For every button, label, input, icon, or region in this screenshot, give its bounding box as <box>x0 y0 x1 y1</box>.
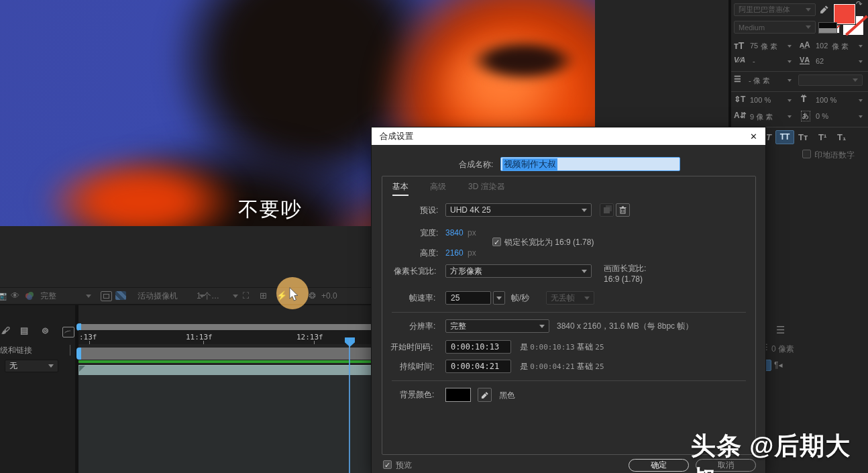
bg-eyedropper-button[interactable] <box>478 388 492 402</box>
chevron-down-icon <box>86 295 91 298</box>
small-caps-button[interactable]: Tᴛ <box>798 132 808 142</box>
vertical-scale-value[interactable]: 100 % <box>750 96 771 104</box>
stroke-width-value[interactable]: - 像 素 <box>749 76 770 86</box>
divider <box>392 380 746 381</box>
justify-icon[interactable]: ☰ <box>776 324 785 336</box>
preset-select[interactable]: UHD 4K 25 <box>445 203 592 217</box>
snapshot-icon[interactable]: 📷 <box>0 288 7 304</box>
duration-value: 0:00:04:21 <box>451 362 499 371</box>
video-blob-eyes <box>470 40 577 81</box>
stroke-over-fill-swatch[interactable] <box>818 22 837 34</box>
faux-italic-button[interactable]: T <box>766 132 771 142</box>
ruler-tick-label: 12:13f <box>296 333 323 341</box>
horizontal-scale-icon: T⃡ <box>801 95 806 104</box>
frame-rate-preset-button[interactable] <box>493 291 505 305</box>
subscript-button[interactable]: T₁ <box>837 132 846 142</box>
swap-fill-stroke-icon[interactable]: ↷ <box>856 0 863 9</box>
baseline-shift-value[interactable]: 9 像 素 <box>750 112 773 122</box>
hindi-digits-checkbox[interactable] <box>802 150 811 158</box>
view-count-select[interactable]: 1 个… <box>197 289 238 303</box>
graph-editor-icon[interactable] <box>62 327 74 337</box>
region-of-interest-icon[interactable] <box>101 291 112 301</box>
kerning-value[interactable]: - <box>753 57 755 65</box>
eyedropper-icon[interactable] <box>820 5 829 17</box>
ok-button-label: 确定 <box>651 460 667 471</box>
comp-name-input[interactable]: 视频制作大叔 <box>500 157 680 171</box>
height-value[interactable]: 2160 <box>445 246 464 260</box>
active-camera-select[interactable]: 活动摄像机 <box>138 289 205 303</box>
hindi-digits-label: 印地语数字 <box>814 150 855 161</box>
font-size-value[interactable]: 75 <box>750 42 758 50</box>
chevron-down-icon <box>233 295 238 298</box>
lock-aspect-checkbox[interactable]: ✓ <box>492 238 501 246</box>
channels-icon[interactable] <box>25 292 34 300</box>
view-layout-icon[interactable]: ⛶ <box>243 288 249 304</box>
chevron-down-icon[interactable] <box>859 115 863 118</box>
delete-preset-button[interactable] <box>616 203 630 217</box>
frame-rate-input[interactable]: 25 <box>445 291 491 305</box>
paragraph-direction-icon[interactable]: ¶◂ <box>774 360 782 370</box>
start-timecode-value: 0:00:10:13 <box>451 342 499 352</box>
divider <box>731 71 868 72</box>
column-divider-tick <box>70 345 70 356</box>
stroke-style-select[interactable] <box>798 74 863 86</box>
indent-value[interactable]: 0 像素 <box>771 344 794 355</box>
show-snapshot-icon[interactable]: 👁 <box>11 288 19 304</box>
parent-select-value: 无 <box>9 360 17 372</box>
horizontal-scale-value[interactable]: 100 % <box>816 96 836 104</box>
motion-blur-icon[interactable]: ⊚ <box>42 325 49 335</box>
tsume-value[interactable]: 0 % <box>816 112 828 120</box>
font-family-select[interactable]: 阿里巴巴普惠体 <box>734 3 816 16</box>
chevron-down-icon[interactable] <box>788 79 792 82</box>
parent-select[interactable]: 无 <box>5 360 58 372</box>
font-style-select[interactable]: Medium <box>734 21 816 34</box>
superscript-button[interactable]: T¹ <box>818 132 826 142</box>
ok-button[interactable]: 确定 <box>629 459 689 472</box>
chevron-down-icon[interactable] <box>859 60 863 63</box>
tracking-value[interactable]: 62 <box>816 57 824 65</box>
exposure-value[interactable]: +0.0 <box>321 288 337 304</box>
playhead-line[interactable] <box>349 339 350 473</box>
chevron-down-icon <box>853 78 858 82</box>
comp-name-label: 合成名称: <box>459 158 493 171</box>
leading-icon: ᴀ̲A <box>800 40 810 50</box>
ruler-tick <box>89 341 90 344</box>
chevron-down-icon[interactable] <box>859 45 863 48</box>
resolution-select[interactable]: 完整 <box>445 319 549 333</box>
chevron-down-icon[interactable] <box>788 99 792 102</box>
close-icon[interactable]: ✕ <box>750 132 757 142</box>
duration-input[interactable]: 0:00:04:21 <box>445 360 511 373</box>
lock-aspect-label: 锁定长宽比为 16:9 (1.78) <box>504 235 594 249</box>
preview-checkbox[interactable]: ✓ <box>383 460 392 469</box>
time-navigator-start-handle[interactable] <box>76 348 81 360</box>
drop-frame-value: 无丢帧 <box>551 293 575 304</box>
height-unit: px <box>468 246 476 260</box>
bg-color-swatch[interactable] <box>445 388 471 402</box>
chevron-down-icon[interactable] <box>859 99 863 102</box>
all-caps-button[interactable]: TT <box>775 130 794 144</box>
chevron-down-icon[interactable] <box>788 45 792 48</box>
chevron-down-icon[interactable] <box>788 115 792 118</box>
magnification-select[interactable]: 完整 <box>40 289 91 303</box>
chevron-down-icon[interactable] <box>788 60 792 63</box>
exposure-adjust-icon[interactable]: ❂ <box>309 288 316 304</box>
composition-settings-dialog: 合成设置 ✕ 合成名称: 视频制作大叔 基本 高级 3D 渲染器 预设: UHD… <box>372 127 765 473</box>
save-preset-button[interactable] <box>600 203 614 217</box>
tab-basic[interactable]: 基本 <box>392 180 409 196</box>
composite-toggle-icon[interactable]: 🖌 <box>1 325 10 335</box>
baseline-shift-icon: A⇵ <box>734 111 747 120</box>
divider <box>731 91 868 92</box>
preview-label: 预览 <box>396 458 412 472</box>
start-timecode-input[interactable]: 0:00:10:13 <box>445 340 511 354</box>
frame-blend-icon[interactable]: ▤ <box>20 325 28 335</box>
view-count-value: 1 个… <box>197 288 219 304</box>
width-value[interactable]: 3840 <box>445 226 464 240</box>
pixel-aspect-select[interactable]: 方形像素 <box>445 264 592 278</box>
check-icon: ✓ <box>384 461 390 469</box>
transparency-grid-icon[interactable] <box>115 291 126 300</box>
tab-3d-renderer[interactable]: 3D 渲染器 <box>468 180 505 193</box>
dialog-title-bar[interactable]: 合成设置 ✕ <box>372 127 765 145</box>
pixel-aspect-correction-icon[interactable]: ⊞ <box>260 288 267 304</box>
tab-advanced[interactable]: 高级 <box>430 180 446 193</box>
leading-value[interactable]: 102 <box>816 42 828 50</box>
